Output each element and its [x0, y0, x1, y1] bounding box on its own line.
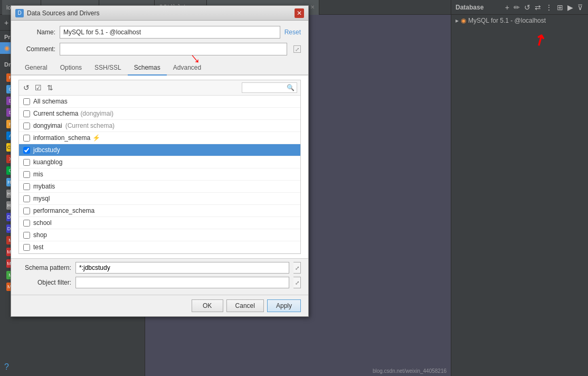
schema-search-input[interactable] — [244, 84, 287, 91]
reset-button[interactable]: Reset — [284, 29, 301, 36]
schema-checkbox-mybatis[interactable] — [23, 183, 30, 190]
schema-checkbox-all[interactable] — [23, 98, 30, 105]
dialog-actions: OK Cancel Apply — [11, 295, 308, 316]
refresh-schema-icon[interactable]: ↺ — [22, 83, 31, 92]
schema-checkbox-mysql[interactable] — [23, 195, 30, 202]
schema-row-information-schema[interactable]: information_schema ⚡ — [19, 132, 300, 144]
schema-pattern-input[interactable] — [75, 262, 289, 274]
table-icon[interactable]: ⊞ — [556, 3, 564, 12]
schema-row-performance-schema[interactable]: performance_schema — [19, 205, 300, 217]
schema-row-kuangblog[interactable]: kuangblog — [19, 156, 300, 168]
dialog-body: Name: Reset Comment: ⤢ — [11, 21, 308, 61]
name-row: Name: Reset — [18, 26, 301, 39]
expand-comment-icon[interactable]: ⤢ — [293, 45, 301, 53]
dialog-window: D Data Sources and Drivers ✕ Name: Reset… — [11, 5, 309, 317]
schema-row-mysql[interactable]: mysql — [19, 193, 300, 205]
console-icon[interactable]: ▶ — [566, 3, 574, 12]
tab-general[interactable]: General — [18, 61, 54, 76]
ide-background: localhost ✕ TestUpdate.java ✕ TestSelect… — [0, 0, 588, 376]
red-arrow-annotation: ↗ — [530, 30, 549, 51]
tab-schemas[interactable]: Schemas — [128, 61, 167, 76]
datasource-icon: ◉ — [4, 44, 10, 52]
tab-sshssl[interactable]: SSH/SSL — [88, 61, 128, 76]
refresh-icon[interactable]: ↺ — [523, 3, 532, 12]
schema-pattern-expand-icon[interactable]: ⤢ — [293, 262, 301, 274]
dialog-titlebar: D Data Sources and Drivers ✕ — [11, 6, 308, 21]
schema-toolbar: ↺ ☑ ⇅ 🔍 — [19, 80, 300, 96]
right-panel-header: Database + ✏ ↺ ⇄ ⋮ ⊞ ▶ ⊽ — [451, 0, 588, 15]
schema-checkbox-test[interactable] — [23, 244, 30, 251]
right-panel: Database + ✏ ↺ ⇄ ⋮ ⊞ ▶ ⊽ ▸ ◉ MySQL for 5… — [451, 0, 588, 376]
add-datasource-icon[interactable]: + — [504, 3, 510, 12]
more-icon[interactable]: ⋮ — [544, 3, 554, 12]
search-icon: 🔍 — [287, 84, 295, 91]
schema-checkbox-shop[interactable] — [23, 232, 30, 239]
add-btn[interactable]: + — [3, 18, 10, 27]
schema-checkbox-current[interactable] — [23, 110, 30, 117]
dialog-tab-strip: General Options SSH/SSL Schemas Advanced — [11, 61, 308, 76]
schema-row-school[interactable]: school — [19, 217, 300, 229]
schema-checkbox-mis[interactable] — [23, 171, 30, 178]
dialog-title-icon: D — [15, 9, 24, 17]
object-filter-row: Object filter: ⤢ — [18, 277, 301, 288]
check-all-icon[interactable]: ☑ — [34, 83, 43, 92]
schema-row-jdbcstudy[interactable]: jdbcstudy — [19, 144, 300, 156]
schema-row-mis[interactable]: mis — [19, 168, 300, 181]
db-type-icon: ◉ — [461, 17, 466, 24]
watermark: blog.csdn.net/weixin_44058216 — [373, 368, 447, 374]
move-icon[interactable]: ⇄ — [534, 3, 542, 12]
lightning-icon: ⚡ — [92, 134, 100, 142]
name-label: Name: — [18, 29, 55, 36]
schema-row-current[interactable]: Current schema (dongyimai) — [19, 108, 300, 120]
schema-area: ↺ ☑ ⇅ 🔍 All schemas Current schema (dong… — [18, 80, 301, 254]
schema-pattern-row: Schema pattern: ⤢ — [18, 262, 301, 274]
schema-checkbox-performance-schema[interactable] — [23, 208, 30, 214]
dialog-title-text: Data Sources and Drivers — [27, 10, 295, 17]
schema-pattern-label: Schema pattern: — [18, 264, 71, 271]
right-panel-title: Database — [456, 4, 483, 11]
schema-search[interactable]: 🔍 — [242, 82, 297, 93]
tree-arrow-icon: ▸ — [456, 17, 459, 24]
dialog-close-button[interactable]: ✕ — [295, 8, 304, 18]
dialog-footer-form: Schema pattern: ⤢ Object filter: ⤢ — [11, 258, 308, 295]
db-tree-item[interactable]: ▸ ◉ MySQL for 5.1 - @localhost — [451, 15, 588, 26]
name-input[interactable] — [60, 26, 280, 39]
help-icon[interactable]: ? — [4, 362, 9, 371]
schema-row-mybatis[interactable]: mybatis — [19, 181, 300, 193]
schema-checkbox-school[interactable] — [23, 220, 30, 227]
object-filter-input[interactable] — [75, 277, 289, 288]
schema-checkbox-kuangblog[interactable] — [23, 159, 30, 166]
object-filter-label: Object filter: — [18, 279, 71, 286]
tab-close-icon[interactable]: ✕ — [310, 4, 315, 10]
apply-button[interactable]: Apply — [267, 299, 301, 312]
comment-label: Comment: — [18, 45, 55, 53]
cancel-button[interactable]: Cancel — [226, 299, 264, 312]
schema-row-dongyimai[interactable]: dongyimai (Current schema) — [19, 120, 300, 132]
schema-row-shop[interactable]: shop — [19, 229, 300, 241]
filter-icon[interactable]: ⊽ — [576, 3, 584, 12]
object-filter-expand-icon[interactable]: ⤢ — [293, 277, 301, 288]
schema-checkbox-dongyimai[interactable] — [23, 123, 30, 129]
tab-advanced[interactable]: Advanced — [167, 61, 207, 76]
uncheck-all-icon[interactable]: ⇅ — [46, 83, 54, 92]
ok-button[interactable]: OK — [192, 299, 223, 312]
schema-row-test[interactable]: test — [19, 241, 300, 253]
schema-checkbox-jdbcstudy[interactable] — [23, 147, 30, 154]
comment-input[interactable] — [60, 43, 287, 55]
schema-checkbox-information-schema[interactable] — [23, 135, 30, 142]
schema-row-all[interactable]: All schemas — [19, 96, 300, 108]
tab-options[interactable]: Options — [54, 61, 88, 76]
edit-datasource-icon[interactable]: ✏ — [513, 3, 521, 12]
comment-row: Comment: ⤢ — [18, 43, 301, 55]
